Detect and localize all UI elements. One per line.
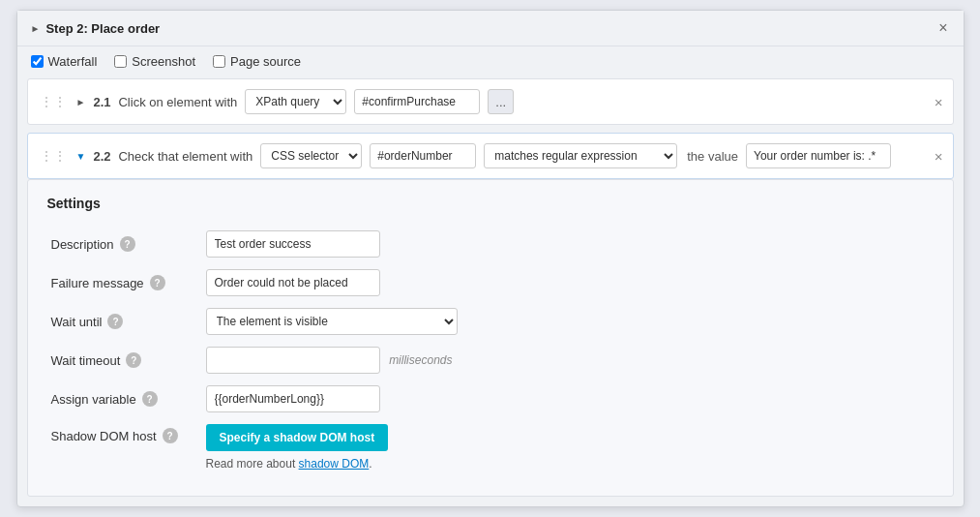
screenshot-checkbox-label[interactable]: Screenshot	[114, 54, 195, 69]
step-21-close-button[interactable]: ×	[935, 94, 943, 110]
panel-chevron-icon[interactable]: ►	[31, 23, 41, 34]
step-22-selector-type[interactable]: CSS selector XPath query ID	[260, 143, 362, 168]
settings-title: Settings	[47, 196, 934, 211]
step-22-value-label: the value	[687, 149, 738, 164]
assign-variable-row: Assign variable ?	[47, 380, 934, 418]
step-22-action: Check that element with	[118, 149, 252, 164]
page-source-checkbox-label[interactable]: Page source	[213, 54, 301, 69]
step-21-action: Click on element with	[118, 95, 237, 109]
step-22-label: 2.2	[93, 149, 110, 164]
page-source-checkbox[interactable]	[213, 55, 225, 68]
page-source-label: Page source	[230, 54, 301, 69]
assign-input[interactable]	[206, 385, 380, 412]
step-22-close-button[interactable]: ×	[935, 148, 943, 165]
milliseconds-label: milliseconds	[389, 353, 452, 367]
shadow-dom-link[interactable]: shadow DOM	[299, 457, 370, 471]
shadow-link-row: Read more about shadow DOM.	[206, 457, 930, 471]
step-21-chevron[interactable]: ►	[76, 97, 86, 107]
assign-help-icon[interactable]: ?	[142, 391, 158, 407]
step-22-selector-value[interactable]	[370, 143, 476, 168]
wait-until-help-icon[interactable]: ?	[107, 314, 123, 329]
settings-block: Settings Description ?	[27, 179, 954, 497]
wait-timeout-row: Wait timeout ? milliseconds	[47, 341, 934, 380]
failure-label: Failure message	[51, 276, 144, 290]
specify-shadow-dom-button[interactable]: Specify a shadow DOM host	[206, 424, 389, 451]
step-22-drag-handle[interactable]: ⋮⋮	[40, 148, 67, 164]
step-22-chevron[interactable]: ▼	[76, 151, 86, 162]
shadow-link-prefix: Read more about	[206, 457, 299, 471]
waterfall-label: Waterfall	[48, 54, 98, 69]
failure-row: Failure message ?	[47, 263, 934, 302]
wait-until-select[interactable]: The element is visible The element is hi…	[206, 308, 458, 335]
wait-until-label: Wait until	[51, 315, 103, 329]
assign-label: Assign variable	[51, 392, 136, 407]
waterfall-checkbox-label[interactable]: Waterfall	[31, 54, 98, 69]
screenshot-checkbox[interactable]	[114, 55, 127, 68]
screenshot-label: Screenshot	[132, 54, 195, 69]
description-help-icon[interactable]: ?	[120, 236, 135, 252]
panel-close-button[interactable]: ×	[936, 20, 949, 36]
step-21-label: 2.1	[93, 95, 110, 109]
wait-timeout-input[interactable]	[206, 347, 380, 374]
wait-until-row: Wait until ? The element is visible The …	[47, 302, 934, 341]
step-panel: ► Step 2: Place order × Waterfall Screen…	[16, 10, 965, 507]
panel-title: ► Step 2: Place order	[31, 21, 161, 36]
step-21-row: ⋮⋮ ► 2.1 Click on element with XPath que…	[27, 78, 954, 125]
panel-title-text: Step 2: Place order	[45, 21, 160, 36]
wait-timeout-help-icon[interactable]: ?	[126, 352, 141, 368]
description-input[interactable]	[206, 230, 380, 258]
step-21-drag-handle[interactable]: ⋮⋮	[40, 94, 67, 109]
description-row: Description ?	[47, 225, 934, 263]
step-21-dots-button[interactable]: ...	[488, 89, 514, 114]
step-22-condition[interactable]: matches regular expression equals contai…	[484, 143, 677, 168]
failure-help-icon[interactable]: ?	[150, 275, 165, 290]
step-22-value[interactable]	[746, 143, 891, 168]
description-label: Description	[51, 237, 114, 252]
checkboxes-row: Waterfall Screenshot Page source	[17, 46, 964, 78]
shadow-label: Shadow DOM host	[51, 429, 157, 443]
step-21-selector-value[interactable]	[354, 89, 480, 114]
settings-table: Description ? Failure message ?	[47, 225, 934, 476]
failure-input[interactable]	[206, 269, 380, 296]
panel-header: ► Step 2: Place order ×	[17, 11, 964, 46]
waterfall-checkbox[interactable]	[31, 55, 44, 68]
shadow-help-icon[interactable]: ?	[163, 428, 178, 443]
shadow-link-period: .	[369, 457, 371, 471]
step-22-row: ⋮⋮ ▼ 2.2 Check that element with CSS sel…	[27, 133, 954, 179]
shadow-dom-row: Shadow DOM host ? Specify a shadow DOM h…	[47, 418, 934, 476]
step-21-selector-type[interactable]: XPath query CSS selector ID	[245, 89, 346, 114]
wait-timeout-label: Wait timeout	[51, 353, 121, 368]
